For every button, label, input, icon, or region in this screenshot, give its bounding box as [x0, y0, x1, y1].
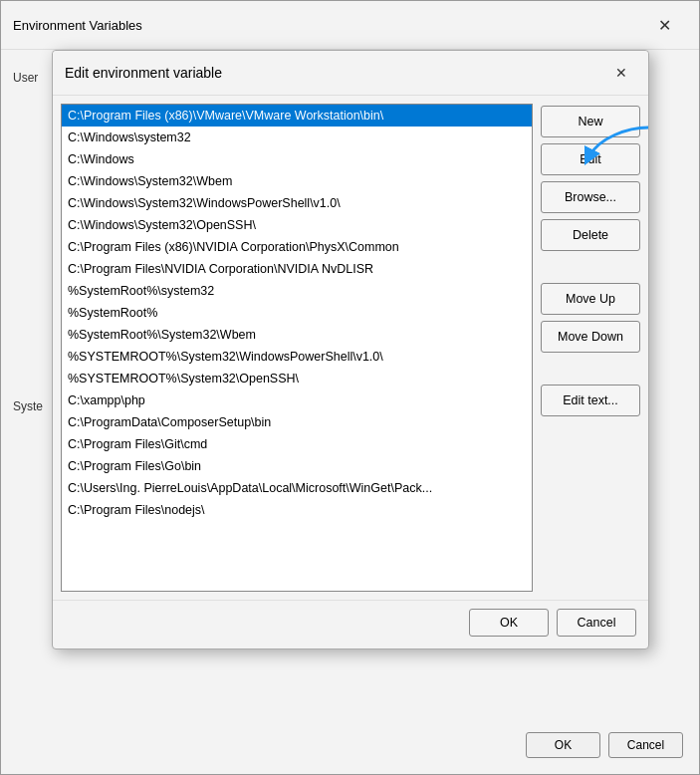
list-item[interactable]: %SystemRoot%: [62, 302, 532, 324]
bg-window-title: Environment Variables: [13, 18, 142, 33]
list-item[interactable]: %SYSTEMROOT%\System32\OpenSSH\: [62, 368, 532, 389]
dialog-title: Edit environment variable: [65, 65, 222, 81]
list-item[interactable]: C:\Program Files\NVIDIA Corporation\NVID…: [62, 258, 532, 280]
move-up-button[interactable]: Move Up: [541, 283, 640, 315]
list-item[interactable]: C:\Users\Ing. PierreLouis\AppData\Local\…: [62, 477, 532, 499]
list-item[interactable]: C:\Program Files\Go\bin: [62, 455, 532, 477]
browse-button[interactable]: Browse...: [541, 181, 640, 213]
bg-bottom-buttons: OK Cancel: [526, 732, 683, 758]
move-down-button[interactable]: Move Down: [541, 321, 640, 353]
list-item[interactable]: C:\Windows: [62, 148, 532, 170]
bg-titlebar: Environment Variables ✕: [1, 1, 699, 50]
list-item[interactable]: C:\Windows\System32\WindowsPowerShell\v1…: [62, 192, 532, 214]
ok-button[interactable]: OK: [469, 609, 549, 637]
edit-text-button[interactable]: Edit text...: [541, 385, 640, 416]
list-item[interactable]: C:\Windows\System32\OpenSSH\: [62, 214, 532, 236]
list-item[interactable]: C:\xampp\php: [62, 389, 532, 411]
edit-env-dialog: Edit environment variable ✕ C:\Program F…: [52, 50, 649, 649]
bg-sys-label: Syste: [13, 399, 43, 413]
dialog-close-button[interactable]: ✕: [606, 61, 636, 85]
list-item[interactable]: %SystemRoot%\System32\Wbem: [62, 324, 532, 346]
cancel-button[interactable]: Cancel: [557, 609, 636, 637]
dialog-body: C:\Program Files (x86)\VMware\VMware Wor…: [53, 96, 648, 600]
list-item[interactable]: C:\ProgramData\ComposerSetup\bin: [62, 411, 532, 433]
list-item[interactable]: %SYSTEMROOT%\System32\WindowsPowerShell\…: [62, 346, 532, 368]
button-panel: New Edit Browse... Delete Move Up Move D…: [541, 104, 640, 592]
new-button[interactable]: New: [541, 106, 640, 137]
delete-button[interactable]: Delete: [541, 219, 640, 251]
list-item[interactable]: C:\Windows\system32: [62, 127, 532, 148]
bg-ok-button[interactable]: OK: [526, 732, 600, 758]
dialog-footer: OK Cancel: [53, 600, 648, 648]
list-item[interactable]: C:\Program Files\Git\cmd: [62, 433, 532, 455]
bg-close-button[interactable]: ✕: [641, 9, 687, 41]
bg-user-label: User: [13, 71, 38, 85]
env-list[interactable]: C:\Program Files (x86)\VMware\VMware Wor…: [61, 104, 533, 592]
dialog-titlebar: Edit environment variable ✕: [53, 51, 648, 96]
spacer-2: [541, 359, 640, 379]
list-item[interactable]: C:\Program Files\nodejs\: [62, 499, 532, 521]
list-item[interactable]: C:\Windows\System32\Wbem: [62, 170, 532, 192]
list-item[interactable]: C:\Program Files (x86)\VMware\VMware Wor…: [62, 105, 532, 127]
edit-button[interactable]: Edit: [541, 143, 640, 175]
list-item[interactable]: C:\Program Files (x86)\NVIDIA Corporatio…: [62, 236, 532, 258]
bg-cancel-button[interactable]: Cancel: [608, 732, 683, 758]
list-item[interactable]: %SystemRoot%\system32: [62, 280, 532, 302]
spacer-1: [541, 257, 640, 277]
